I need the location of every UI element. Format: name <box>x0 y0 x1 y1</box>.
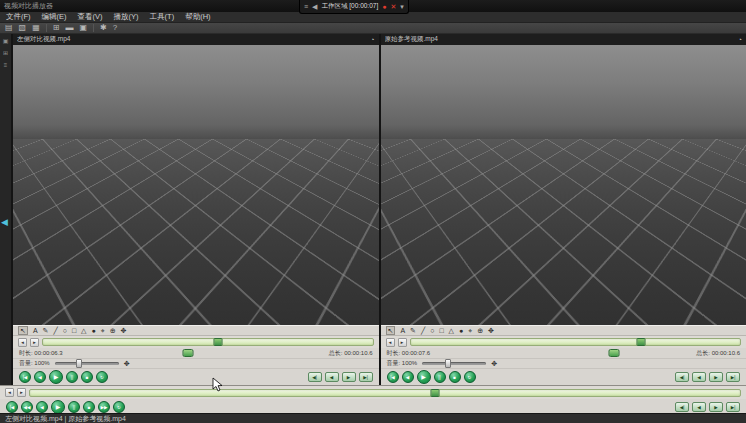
marker-strip[interactable] <box>69 349 323 357</box>
go-start-button[interactable]: |◀ <box>387 371 399 383</box>
close-icon[interactable]: ✕ <box>390 3 396 10</box>
menu-tools[interactable]: 工具(T) <box>150 12 175 22</box>
target-tool-icon[interactable]: ⌖ <box>101 327 105 334</box>
prev-button[interactable]: ◀ <box>36 401 48 413</box>
go-start-button[interactable]: |◀ <box>6 401 18 413</box>
stop-button[interactable]: ■ <box>449 371 461 383</box>
frame-marker-badge[interactable] <box>183 349 194 357</box>
frame-prev-button[interactable]: ◀ <box>692 372 706 382</box>
clock-icon[interactable]: ◔ <box>738 36 742 43</box>
go-start-button[interactable]: |◀ <box>19 371 31 383</box>
stop-button[interactable]: ■ <box>81 371 93 383</box>
frame-start-button[interactable]: ◀| <box>675 402 689 412</box>
play-button[interactable]: ▶ <box>417 370 431 384</box>
frame-start-button[interactable]: ◀| <box>675 372 689 382</box>
select-tool-icon[interactable]: ↖ <box>386 326 396 335</box>
pan-tool-icon[interactable]: ✥ <box>121 327 127 334</box>
layout-grid-icon[interactable]: ⊞ <box>53 24 60 32</box>
color-tool-icon[interactable]: ● <box>459 327 463 334</box>
open-file-icon[interactable]: ▧ <box>19 24 27 32</box>
frame-next-button[interactable]: ▶ <box>709 372 723 382</box>
frame-end-button[interactable]: ▶| <box>726 402 740 412</box>
text-tool-icon[interactable]: A <box>33 327 38 334</box>
back-icon[interactable]: ◀ <box>312 3 317 10</box>
stop-button[interactable]: ■ <box>83 401 95 413</box>
frame-next-button[interactable]: ▶ <box>709 402 723 412</box>
snapshot-icon[interactable]: ▣ <box>79 24 87 32</box>
fast-forward-button[interactable]: ▶▶ <box>98 401 110 413</box>
pause-button[interactable]: || <box>68 401 80 413</box>
record-icon[interactable]: ● <box>382 3 386 10</box>
step-back-button[interactable]: ◄ <box>18 338 27 347</box>
frame-prev-button[interactable]: ◀ <box>692 402 706 412</box>
prev-button[interactable]: ◀ <box>402 371 414 383</box>
settings-icon[interactable]: ✱ <box>100 24 107 32</box>
frame-end-button[interactable]: ▶| <box>359 372 373 382</box>
pencil-tool-icon[interactable]: ✎ <box>410 327 416 334</box>
menu-play[interactable]: 播放(Y) <box>114 12 139 22</box>
step-forward-button[interactable]: ► <box>30 338 39 347</box>
triangle-tool-icon[interactable]: △ <box>449 327 454 334</box>
play-button[interactable]: ▶ <box>49 370 63 384</box>
volume-thumb[interactable] <box>76 359 82 368</box>
frame-next-button[interactable]: ▶ <box>342 372 356 382</box>
pause-button[interactable]: || <box>434 371 446 383</box>
pencil-tool-icon[interactable]: ✎ <box>43 327 49 334</box>
menu-help[interactable]: 帮助(H) <box>185 12 210 22</box>
seek-marker[interactable] <box>637 338 646 346</box>
step-back-button[interactable]: ◄ <box>386 338 395 347</box>
frame-marker-badge[interactable] <box>609 349 620 357</box>
seek-marker[interactable] <box>213 338 222 346</box>
loop-button[interactable]: ↻ <box>464 371 476 383</box>
frame-end-button[interactable]: ▶| <box>726 372 740 382</box>
new-file-icon[interactable]: ▤ <box>5 24 13 32</box>
target-tool-icon[interactable]: ⌖ <box>468 327 472 334</box>
zoom-tool-icon[interactable]: ⊕ <box>110 327 116 334</box>
triangle-tool-icon[interactable]: △ <box>81 327 86 334</box>
sync-icon[interactable]: ✥ <box>124 360 130 367</box>
rect-tool-icon[interactable]: □ <box>72 327 76 334</box>
line-tool-icon[interactable]: ╱ <box>53 327 57 334</box>
rail-camera-icon[interactable]: ▣ <box>3 38 9 44</box>
seek-bar-right[interactable] <box>410 338 742 346</box>
menu-edit[interactable]: 编辑(E) <box>42 12 67 22</box>
film-icon[interactable]: ▬ <box>65 24 73 32</box>
menu-view[interactable]: 查看(V) <box>78 12 103 22</box>
sync-icon[interactable]: ✥ <box>491 360 497 367</box>
frame-start-button[interactable]: ◀| <box>308 372 322 382</box>
ellipse-tool-icon[interactable]: ○ <box>63 327 67 334</box>
step-forward-button[interactable]: ► <box>398 338 407 347</box>
marker-strip[interactable] <box>436 349 690 357</box>
step-back-button[interactable]: ◄ <box>5 388 14 397</box>
pause-button[interactable]: || <box>66 371 78 383</box>
loop-button[interactable]: ↻ <box>113 401 125 413</box>
loop-button[interactable]: ↻ <box>96 371 108 383</box>
select-tool-icon[interactable]: ↖ <box>18 326 28 335</box>
clock-icon[interactable]: ◔ <box>370 36 374 43</box>
rect-tool-icon[interactable]: □ <box>439 327 443 334</box>
rail-menu-icon[interactable]: ≡ <box>4 62 8 68</box>
step-forward-button[interactable]: ► <box>17 388 26 397</box>
seek-bar-left[interactable] <box>42 338 374 346</box>
global-seek-bar[interactable] <box>29 389 741 397</box>
rail-grid-icon[interactable]: ⊞ <box>3 50 8 56</box>
play-button[interactable]: ▶ <box>51 400 65 414</box>
pan-tool-icon[interactable]: ✥ <box>488 327 494 334</box>
volume-thumb[interactable] <box>445 359 451 368</box>
frame-prev-button[interactable]: ◀ <box>325 372 339 382</box>
video-viewport-right[interactable] <box>381 45 746 325</box>
text-tool-icon[interactable]: A <box>400 327 405 334</box>
help-icon[interactable]: ? <box>113 24 117 32</box>
line-tool-icon[interactable]: ╱ <box>421 327 425 334</box>
zoom-tool-icon[interactable]: ⊕ <box>477 327 483 334</box>
menu-file[interactable]: 文件(F) <box>6 12 31 22</box>
menu-icon[interactable]: ≡ <box>304 3 308 10</box>
color-tool-icon[interactable]: ● <box>92 327 96 334</box>
prev-button[interactable]: ◀ <box>34 371 46 383</box>
global-seek-marker[interactable] <box>430 389 439 397</box>
save-icon[interactable]: ▦ <box>32 24 40 32</box>
collapse-arrow-icon[interactable]: ◀ <box>1 218 8 227</box>
volume-slider[interactable] <box>422 362 486 365</box>
volume-slider[interactable] <box>55 362 119 365</box>
ellipse-tool-icon[interactable]: ○ <box>430 327 434 334</box>
